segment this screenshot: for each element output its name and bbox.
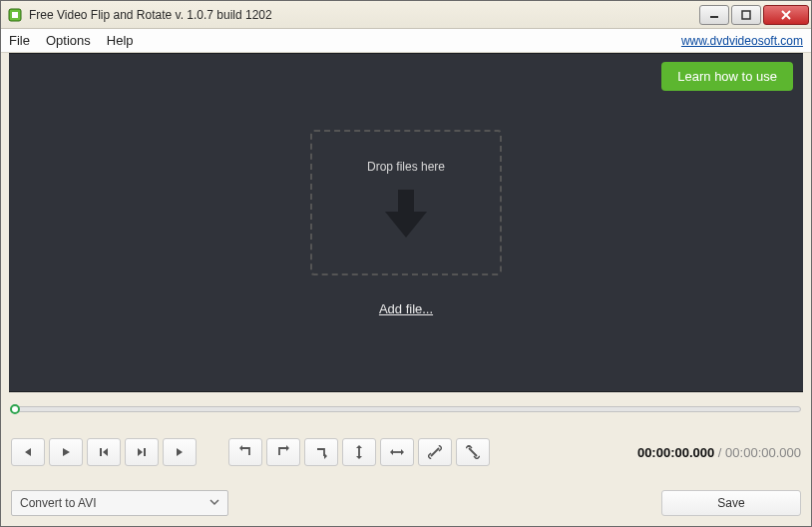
seek-track[interactable] bbox=[11, 406, 801, 412]
maximize-button[interactable] bbox=[731, 5, 761, 25]
timecode: 00:00:00.000 / 00:00:00.000 bbox=[637, 445, 801, 460]
save-button[interactable]: Save bbox=[661, 490, 801, 516]
website-link[interactable]: www.dvdvideosoft.com bbox=[681, 34, 803, 48]
add-file-link[interactable]: Add file... bbox=[379, 301, 433, 316]
flip-horizontal-button[interactable] bbox=[380, 438, 414, 466]
flip-diagonal-2-button[interactable] bbox=[456, 438, 490, 466]
time-current: 00:00:00.000 bbox=[637, 445, 714, 460]
drop-zone[interactable]: Drop files here bbox=[310, 130, 502, 275]
down-arrow-icon bbox=[381, 186, 431, 245]
chevron-down-icon bbox=[209, 496, 219, 510]
svg-rect-3 bbox=[742, 11, 750, 19]
go-start-button[interactable] bbox=[87, 438, 121, 466]
flip-vertical-button[interactable] bbox=[342, 438, 376, 466]
seek-bar[interactable] bbox=[11, 398, 801, 420]
menu-options[interactable]: Options bbox=[46, 33, 91, 48]
next-frame-button[interactable] bbox=[163, 438, 197, 466]
titlebar: Free Video Flip and Rotate v. 1.0.7 buil… bbox=[1, 1, 811, 29]
format-selected: Convert to AVI bbox=[20, 496, 96, 510]
time-sep: / bbox=[714, 445, 725, 460]
minimize-button[interactable] bbox=[699, 5, 729, 25]
menu-help[interactable]: Help bbox=[107, 33, 134, 48]
window-buttons bbox=[697, 5, 809, 25]
svg-rect-6 bbox=[100, 448, 102, 456]
transform-group bbox=[228, 438, 490, 466]
close-button[interactable] bbox=[763, 5, 809, 25]
drop-label: Drop files here bbox=[367, 160, 445, 174]
rotate-cw-90-button[interactable] bbox=[266, 438, 300, 466]
play-button[interactable] bbox=[49, 438, 83, 466]
rotate-180-button[interactable] bbox=[304, 438, 338, 466]
prev-frame-button[interactable] bbox=[11, 438, 45, 466]
menubar: File Options Help www.dvdvideosoft.com bbox=[1, 29, 811, 53]
seek-thumb[interactable] bbox=[10, 404, 20, 414]
format-select[interactable]: Convert to AVI bbox=[11, 490, 228, 516]
svg-line-11 bbox=[469, 448, 477, 456]
learn-button[interactable]: Learn how to use bbox=[661, 62, 793, 91]
time-total: 00:00:00.000 bbox=[725, 445, 801, 460]
svg-rect-1 bbox=[12, 12, 18, 18]
controls-row: 00:00:00.000 / 00:00:00.000 bbox=[11, 438, 801, 466]
bottom-row: Convert to AVI Save bbox=[11, 490, 801, 516]
window-title: Free Video Flip and Rotate v. 1.0.7 buil… bbox=[29, 8, 697, 22]
app-icon bbox=[7, 7, 23, 23]
svg-rect-7 bbox=[144, 448, 146, 456]
svg-line-10 bbox=[431, 448, 439, 456]
rotate-ccw-90-button[interactable] bbox=[228, 438, 262, 466]
menu-file[interactable]: File bbox=[9, 33, 30, 48]
video-stage: Learn how to use Drop files here Add fil… bbox=[9, 53, 803, 392]
go-end-button[interactable] bbox=[125, 438, 159, 466]
app-window: Free Video Flip and Rotate v. 1.0.7 buil… bbox=[0, 0, 812, 527]
playback-group bbox=[11, 438, 197, 466]
flip-diagonal-1-button[interactable] bbox=[418, 438, 452, 466]
